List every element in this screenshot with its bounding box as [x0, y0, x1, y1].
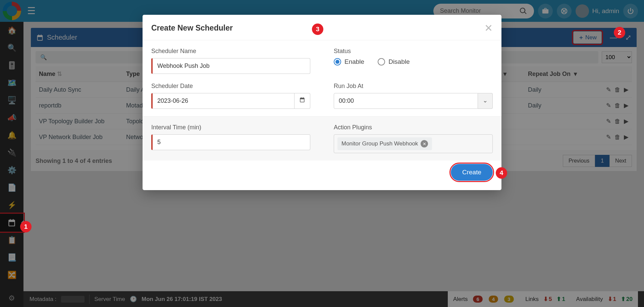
create-scheduler-modal: Create New Scheduler ✕ Scheduler Name St…: [143, 15, 501, 190]
interval-time-label: Interval Time (min): [151, 124, 310, 131]
marker-1: 1: [20, 221, 32, 232]
marker-2: 2: [614, 27, 625, 38]
status-enable[interactable]: Enable: [334, 58, 364, 65]
run-job-input[interactable]: [334, 93, 478, 109]
scheduler-name-label: Scheduler Name: [151, 48, 310, 55]
create-button[interactable]: Create: [451, 164, 493, 181]
action-plugins-label: Action Plugins: [334, 124, 493, 131]
remove-tag-icon[interactable]: ✕: [421, 140, 428, 147]
status-label: Status: [334, 48, 493, 55]
chevron-down-icon[interactable]: ⌄: [478, 93, 493, 109]
status-disable[interactable]: Disable: [378, 58, 410, 65]
calendar-picker-icon[interactable]: [294, 93, 310, 109]
scheduler-date-input[interactable]: [151, 93, 294, 109]
interval-time-input[interactable]: [151, 134, 310, 150]
action-plugins-input[interactable]: Monitor Group Push Webhook ✕: [334, 134, 493, 153]
modal-title: Create New Scheduler: [151, 24, 233, 33]
scheduler-name-input[interactable]: [151, 58, 310, 74]
plugin-tag: Monitor Group Push Webhook ✕: [337, 137, 432, 150]
close-icon[interactable]: ✕: [484, 22, 493, 34]
marker-4: 4: [496, 167, 507, 179]
marker-3: 3: [312, 24, 323, 35]
scheduler-date-label: Scheduler Date: [151, 83, 310, 90]
run-job-label: Run Job At: [334, 83, 493, 90]
